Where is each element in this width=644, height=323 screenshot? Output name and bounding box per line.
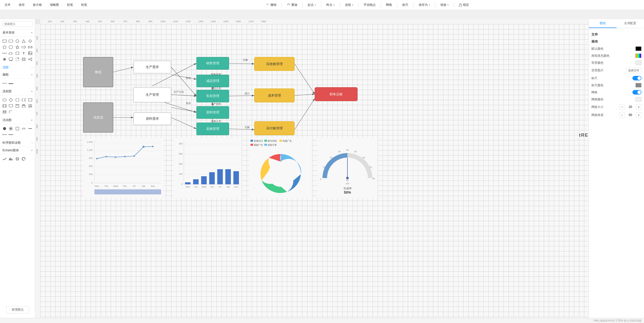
- save-button[interactable]: 保存: [17, 2, 27, 8]
- basic-shapes-header[interactable]: 基本形状 ▾: [0, 29, 35, 37]
- shape-note[interactable]: [15, 57, 20, 62]
- shape-rect2[interactable]: [21, 57, 26, 62]
- echart-shape1[interactable]: [2, 156, 7, 161]
- shape-cloud[interactable]: [8, 51, 13, 56]
- canvas-area[interactable]: 100 200 300 400 500 600 700 800 900 1000…: [35, 19, 589, 323]
- undo-button[interactable]: 撤销: [264, 2, 278, 8]
- flow-shape6[interactable]: [2, 103, 7, 108]
- flow-shape4[interactable]: [21, 97, 26, 102]
- shape-diamond[interactable]: [28, 39, 33, 44]
- ruler-toggle[interactable]: [632, 76, 641, 80]
- flow-shape1[interactable]: [2, 97, 7, 102]
- echart-shape3[interactable]: [15, 156, 20, 161]
- echarts-header[interactable]: Echarts图表 ▾: [0, 147, 35, 154]
- shape-parallelogram[interactable]: [15, 51, 20, 56]
- flow-diagram-link[interactable]: 流图 ›: [0, 64, 35, 71]
- grid-toggle-button[interactable]: 网格: [384, 2, 394, 8]
- node-shengcanguanli[interactable]: 生产管理: [133, 87, 171, 102]
- shape-image[interactable]: [28, 51, 33, 56]
- grid-size-plus[interactable]: +: [636, 104, 641, 110]
- activity-header[interactable]: 活动图 ▾: [0, 116, 35, 124]
- tab-global-config[interactable]: 全局配置: [617, 19, 644, 28]
- flow-shape12[interactable]: [8, 109, 13, 114]
- pencil-button[interactable]: 铅笔: [65, 2, 75, 8]
- shape-circle[interactable]: [15, 39, 20, 44]
- node-chengbenguanli[interactable]: 成本管理: [254, 89, 295, 102]
- mind-shape2[interactable]: ▬▬: [8, 81, 13, 86]
- shape-pentagon[interactable]: [2, 45, 7, 50]
- shape-share[interactable]: [28, 57, 33, 62]
- grid-angle-plus[interactable]: +: [636, 112, 641, 118]
- thumbnail-button[interactable]: 缩略图: [48, 2, 61, 8]
- node-shengchanxuqiu[interactable]: 生产需求: [133, 61, 171, 73]
- node-yuanliaoxuqiu[interactable]: 原料需求: [133, 112, 171, 125]
- node-wuliu[interactable]: 物流: [83, 57, 113, 87]
- node-yingfuguanli[interactable]: 应付账管理: [254, 121, 295, 135]
- act-shape4[interactable]: [21, 126, 26, 131]
- node-xinxiliu[interactable]: 信息流: [83, 102, 113, 133]
- timeline-header[interactable]: 时序图和泳图 ›: [0, 139, 35, 147]
- node-caigouguanli[interactable]: 采购管理: [196, 123, 229, 135]
- act-shape5[interactable]: [28, 126, 33, 131]
- node-yuanliaoguanli[interactable]: 原料管理: [196, 106, 229, 119]
- pencil2-button[interactable]: 铅笔: [79, 2, 89, 8]
- shape-text[interactable]: T: [21, 51, 26, 56]
- node-caiwuzongzhang[interactable]: 财务总账: [315, 87, 357, 101]
- pen-fill-picker[interactable]: [635, 53, 641, 58]
- shape-process[interactable]: [2, 57, 7, 62]
- grid-color-picker[interactable]: [635, 97, 641, 102]
- node-chejian[interactable]: 车间管理: [196, 90, 229, 102]
- shape-star[interactable]: [15, 45, 20, 50]
- end-point-button[interactable]: 终点 ▾: [324, 2, 337, 8]
- node-yingshouguanli[interactable]: 应收账管理: [254, 57, 295, 71]
- grid-toggle[interactable]: [632, 90, 641, 95]
- canvas-bg[interactable]: 物流 信息流 生产需求 原料需求 生产管理 销售管理: [40, 24, 589, 323]
- act-shape2[interactable]: [8, 126, 13, 131]
- ruler-toggle-button[interactable]: 标尺: [400, 2, 410, 8]
- flow-shape2[interactable]: [8, 97, 13, 102]
- flowchart-header[interactable]: 流程图 ▾: [0, 88, 35, 95]
- node-chengpinguanli[interactable]: 成品管理: [196, 75, 229, 87]
- save-as-button[interactable]: 保存为 ▾: [417, 2, 432, 8]
- echart-shape2[interactable]: [8, 156, 13, 161]
- start-point-button[interactable]: 起点 ▾: [306, 2, 318, 8]
- flow-shape5[interactable]: [28, 97, 33, 102]
- shape-hexagon[interactable]: [8, 45, 13, 50]
- default-color-picker[interactable]: [635, 46, 641, 51]
- shape-monitor[interactable]: [8, 57, 13, 62]
- connector-button[interactable]: 连线 ▾: [343, 2, 355, 8]
- flow-shape7[interactable]: [8, 103, 13, 108]
- flow-shape3[interactable]: [15, 97, 20, 102]
- act-shape7[interactable]: [8, 132, 13, 137]
- bg-image-select-btn[interactable]: 选择文件: [626, 68, 641, 73]
- grid-size-minus[interactable]: −: [619, 104, 625, 110]
- mind-shape1[interactable]: ═══: [2, 81, 7, 86]
- shape-line[interactable]: [2, 51, 7, 56]
- act-shape3[interactable]: [15, 126, 20, 131]
- bg-color-picker[interactable]: [635, 61, 641, 65]
- manage-element-button[interactable]: 管理图元: [6, 306, 29, 313]
- search-input[interactable]: [2, 21, 33, 27]
- flow-shape9[interactable]: [21, 103, 26, 108]
- flow-shape11[interactable]: [2, 109, 7, 114]
- grid-angle-minus[interactable]: −: [619, 112, 625, 118]
- shape-arrow-right[interactable]: [21, 45, 26, 50]
- zoom-button[interactable]: 缩放 ▾: [438, 2, 451, 8]
- act-shape6[interactable]: [2, 132, 7, 137]
- node-xiaoshouguanli[interactable]: 销售管理: [196, 57, 229, 70]
- lock-button[interactable]: 锁定: [457, 2, 471, 8]
- act-shape1[interactable]: [2, 126, 7, 131]
- file-menu[interactable]: 文件: [3, 2, 13, 8]
- shape-rounded-rect[interactable]: [8, 39, 13, 44]
- echart-shape4[interactable]: [21, 156, 26, 161]
- mind-map-header[interactable]: 脑图 ▾: [0, 71, 35, 79]
- shape-arrow-lr[interactable]: [28, 45, 33, 50]
- tab-diagram[interactable]: 图纸: [589, 19, 617, 28]
- redo-button[interactable]: 重做: [285, 2, 299, 8]
- magnifier-button[interactable]: 放大镜: [31, 2, 44, 8]
- shape-rect[interactable]: [2, 39, 7, 44]
- shape-triangle[interactable]: [21, 39, 26, 44]
- ruler-color-picker[interactable]: [635, 83, 641, 87]
- flow-shape8[interactable]: [15, 103, 20, 108]
- flow-shape10[interactable]: [28, 103, 33, 108]
